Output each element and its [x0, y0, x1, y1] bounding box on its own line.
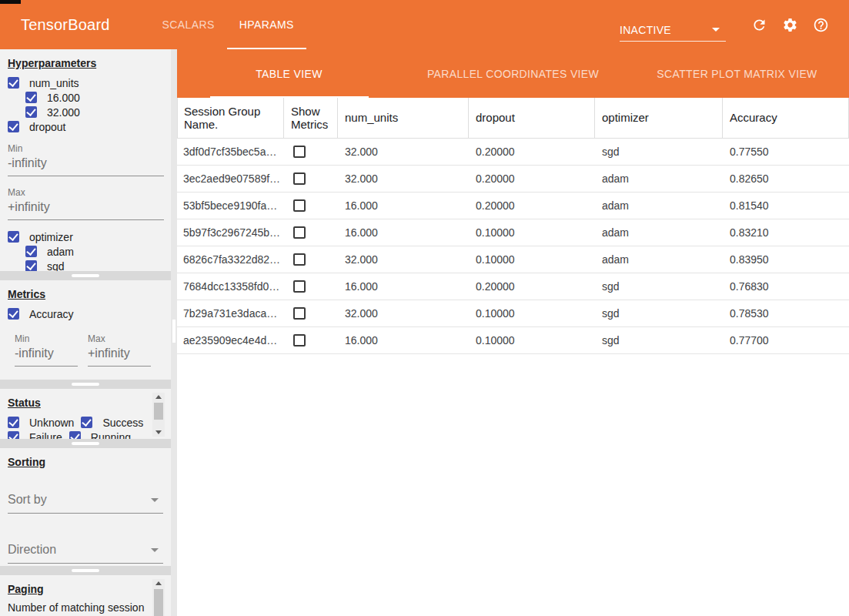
- view-tab[interactable]: PARALLEL COORDINATES VIEW: [401, 49, 625, 98]
- optimizer-cell: adam: [595, 253, 723, 266]
- checked-checkbox-icon[interactable]: [25, 92, 37, 103]
- checked-checkbox-icon[interactable]: [8, 77, 19, 89]
- dropout-max-field: Max +infinity: [8, 187, 164, 220]
- inactive-dashboards-select[interactable]: INACTIVE: [620, 18, 726, 42]
- dropout-cell: 0.10000: [469, 334, 595, 346]
- hparam-checkbox-row[interactable]: 32.000: [8, 105, 163, 119]
- num-units-cell: 32.000: [338, 307, 469, 320]
- paging-scrollbar[interactable]: [152, 579, 165, 616]
- column-header-num-units[interactable]: num_units: [338, 98, 469, 138]
- checked-checkbox-icon[interactable]: [8, 431, 19, 439]
- sorting-section: Sorting Sort by Direction: [0, 448, 171, 566]
- hparam-checkbox-label: num_units: [29, 77, 79, 89]
- section-resize-divider[interactable]: [0, 566, 171, 575]
- scroll-up-icon[interactable]: [152, 579, 165, 588]
- hparam-checkbox-row[interactable]: 16.000: [8, 90, 163, 105]
- show-metrics-cell: [284, 334, 338, 346]
- hparam-checkbox-label: optimizer: [29, 231, 73, 243]
- min-input[interactable]: -infinity: [8, 154, 164, 176]
- table-row[interactable]: 7684dcc13358fd0… 16.000 0.20000 sgd 0.76…: [177, 273, 849, 300]
- gear-icon[interactable]: [782, 17, 798, 33]
- scrollbar-track[interactable]: [152, 588, 165, 616]
- checked-checkbox-icon[interactable]: [8, 121, 19, 132]
- sort-by-placeholder: Sort by: [8, 493, 47, 507]
- hparams-sidebar: Hyperparameters num_units 16.000 32.000 …: [0, 49, 171, 616]
- hparam-checkbox-row[interactable]: adam: [8, 244, 163, 259]
- hparam-checkbox-row[interactable]: sgd: [8, 259, 163, 271]
- table-row[interactable]: 3ec2aed9e07589f… 32.000 0.20000 adam 0.8…: [177, 166, 849, 192]
- scrollbar-thumb[interactable]: [154, 403, 163, 420]
- top-toolbar: TensorBoard SCALARSHPARAMS INACTIVE: [0, 0, 849, 49]
- unchecked-checkbox-icon[interactable]: [293, 307, 306, 320]
- scroll-up-icon[interactable]: [152, 393, 165, 401]
- section-resize-divider[interactable]: [0, 380, 171, 389]
- dashboard-tab[interactable]: HPARAMS: [227, 0, 306, 49]
- accuracy-cell: 0.77700: [723, 334, 849, 346]
- accuracy-cell: 0.83210: [723, 226, 849, 239]
- column-header-optimizer[interactable]: optimizer: [595, 98, 723, 138]
- hparam-checkbox-row[interactable]: num_units: [8, 75, 163, 90]
- checked-checkbox-icon[interactable]: [8, 417, 19, 428]
- scrollbar-thumb[interactable]: [154, 589, 163, 616]
- optimizer-cell: sgd: [595, 146, 723, 158]
- unchecked-checkbox-icon[interactable]: [293, 334, 306, 346]
- checked-checkbox-icon[interactable]: [25, 106, 37, 118]
- table-row[interactable]: 7b29a731e3daca… 32.000 0.10000 sgd 0.785…: [177, 300, 849, 327]
- view-tab[interactable]: TABLE VIEW: [177, 49, 401, 98]
- refresh-icon[interactable]: [751, 17, 767, 33]
- min-input[interactable]: -infinity: [15, 344, 78, 367]
- section-resize-divider[interactable]: [0, 271, 171, 280]
- metric-checkbox-row[interactable]: Accuracy: [8, 306, 163, 321]
- show-metrics-cell: [284, 146, 338, 158]
- sidebar-resize-gutter[interactable]: [171, 49, 177, 616]
- status-checkbox-row[interactable]: Unknown: [8, 415, 74, 430]
- checked-checkbox-icon[interactable]: [81, 417, 92, 428]
- hparam-checkbox-row[interactable]: dropout: [8, 119, 163, 134]
- section-resize-divider[interactable]: [0, 439, 171, 448]
- hparam-checkbox-row[interactable]: optimizer: [8, 229, 163, 244]
- screen-corner-artifact: [0, 0, 21, 4]
- unchecked-checkbox-icon[interactable]: [293, 172, 306, 185]
- table-row[interactable]: 5b97f3c2967245b… 16.000 0.10000 adam 0.8…: [177, 219, 849, 246]
- checked-checkbox-icon[interactable]: [8, 231, 19, 243]
- column-header-session-group-name[interactable]: Session Group Name.: [177, 98, 284, 138]
- status-checkbox-row[interactable]: Success: [81, 415, 143, 430]
- num-units-cell: 16.000: [338, 334, 469, 346]
- scrollbar-track[interactable]: [152, 401, 165, 428]
- status-checkbox-row[interactable]: Failure: [8, 430, 62, 439]
- checked-checkbox-icon[interactable]: [8, 308, 19, 320]
- unchecked-checkbox-icon[interactable]: [293, 146, 306, 158]
- metric-checkbox-label: Accuracy: [29, 308, 74, 320]
- unchecked-checkbox-icon[interactable]: [293, 253, 306, 266]
- direction-select[interactable]: Direction: [8, 540, 163, 564]
- max-input[interactable]: +infinity: [88, 344, 151, 367]
- unchecked-checkbox-icon[interactable]: [293, 280, 306, 293]
- view-tab[interactable]: SCATTER PLOT MATRIX VIEW: [625, 49, 849, 98]
- checked-checkbox-icon[interactable]: [69, 431, 81, 439]
- scroll-down-icon[interactable]: [152, 428, 165, 437]
- column-header-accuracy[interactable]: Accuracy: [723, 98, 849, 138]
- tensorboard-hparams-screen: { "colors": { "primary_orange": "#ee7333…: [0, 0, 849, 616]
- help-icon[interactable]: [813, 17, 829, 33]
- status-checkbox-label: Running: [91, 431, 131, 440]
- status-checkbox-row[interactable]: Running: [69, 430, 131, 439]
- checked-checkbox-icon[interactable]: [25, 260, 37, 271]
- table-row[interactable]: 53bf5bece9190fa… 16.000 0.20000 adam 0.8…: [177, 192, 849, 219]
- sorting-title: Sorting: [8, 456, 163, 468]
- table-row[interactable]: 6826c7fa3322d82… 32.000 0.10000 adam 0.8…: [177, 246, 849, 273]
- table-row[interactable]: 3df0d7cf35bec5a… 32.000 0.20000 sgd 0.77…: [177, 139, 849, 166]
- matching-groups-count: Number of matching session groups: 8: [8, 601, 152, 616]
- status-scrollbar[interactable]: [152, 393, 165, 437]
- dashboard-tab[interactable]: SCALARS: [150, 0, 227, 49]
- sort-by-select[interactable]: Sort by: [8, 490, 163, 514]
- column-header-show-metrics[interactable]: Show Metrics: [284, 98, 338, 138]
- unchecked-checkbox-icon[interactable]: [293, 199, 306, 212]
- column-header-dropout[interactable]: dropout: [469, 98, 595, 138]
- accuracy-cell: 0.78530: [723, 307, 849, 320]
- max-input[interactable]: +infinity: [8, 198, 164, 220]
- checked-checkbox-icon[interactable]: [25, 246, 37, 257]
- unchecked-checkbox-icon[interactable]: [293, 226, 306, 239]
- min-label: Min: [15, 333, 78, 344]
- num-units-cell: 32.000: [338, 253, 469, 266]
- table-row[interactable]: ae235909ec4e4d… 16.000 0.10000 sgd 0.777…: [177, 327, 849, 354]
